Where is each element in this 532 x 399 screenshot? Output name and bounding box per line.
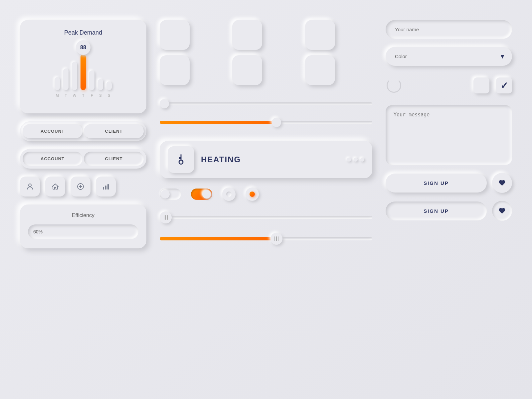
chart-bar-group: T <box>63 54 69 97</box>
toggle-on-orange[interactable] <box>191 189 212 200</box>
h-slider-1-wrap <box>160 210 372 225</box>
sq-btn-1[interactable] <box>160 20 190 50</box>
user-icon-button[interactable] <box>20 177 40 197</box>
chart-day-label: T <box>82 93 85 97</box>
radio-on-orange[interactable] <box>246 188 259 201</box>
account-tab-1[interactable]: ACCOUNT <box>23 124 83 138</box>
thermometer-icon <box>175 154 187 166</box>
heating-dots <box>347 158 364 162</box>
square-button-grid <box>160 20 372 85</box>
chart-icon-button[interactable] <box>96 177 116 197</box>
chart-bar <box>106 81 112 90</box>
svg-rect-4 <box>107 184 109 190</box>
h-slider-2-wrap <box>160 231 372 246</box>
sq-btn-4[interactable] <box>160 55 190 85</box>
user-icon <box>26 183 34 191</box>
add-icon <box>77 183 85 191</box>
chart-day-label: M <box>56 93 59 97</box>
sq-btn-6[interactable] <box>305 55 335 85</box>
horiz-sliders <box>160 210 372 246</box>
heating-icon-wrap <box>168 146 194 173</box>
loading-spinner <box>387 78 401 93</box>
sq-btn-5[interactable] <box>232 55 262 85</box>
chart-bar <box>98 79 103 90</box>
misc-row: ✓ <box>386 74 512 97</box>
client-tab-2[interactable]: CLIENT <box>84 152 144 166</box>
signup-button-2[interactable]: SIGN UP <box>386 201 487 220</box>
slider-1-track[interactable] <box>160 102 372 105</box>
heart-icon-2 <box>498 207 506 214</box>
peak-value-bubble: 88 <box>76 40 90 55</box>
checkbox-unchecked[interactable] <box>473 77 489 93</box>
chart-bar-group: S <box>106 54 112 97</box>
chart-day-label: F <box>91 93 93 97</box>
progress-value: 60% <box>33 229 43 234</box>
heating-card: HEATING <box>160 141 372 178</box>
heart-button-2[interactable] <box>492 201 512 221</box>
signup-button-1[interactable]: SIGN UP <box>386 174 487 193</box>
h-slider-2-fill <box>160 237 276 240</box>
right-column: Color Red Blue Green ▼ ✓ SIGN UP <box>386 20 512 248</box>
spinner-wrap <box>386 77 402 94</box>
heart-button-1[interactable] <box>492 173 512 193</box>
checkbox-checked[interactable]: ✓ <box>496 77 512 93</box>
sq-btn-3[interactable] <box>305 20 335 50</box>
icon-row <box>20 177 146 197</box>
checkbox-wrap: ✓ <box>473 77 512 93</box>
chart-bar <box>63 68 69 90</box>
h-slider-1-track[interactable] <box>160 216 372 219</box>
h-slider-1-thumb[interactable] <box>160 211 172 223</box>
home-icon <box>51 183 59 191</box>
radio-off[interactable] <box>222 188 236 201</box>
toggle-off-1[interactable] <box>160 189 181 200</box>
h-slider-2-track[interactable] <box>160 237 372 240</box>
chart-bar <box>55 77 60 90</box>
name-input[interactable] <box>386 20 512 39</box>
toggles-row <box>160 188 372 201</box>
account-tab-2[interactable]: ACCOUNT <box>23 152 83 166</box>
toggle-knob-1 <box>161 190 170 199</box>
signup-row-1: SIGN UP <box>386 173 512 193</box>
chart-bar-group: W <box>72 54 77 97</box>
chart-bar-group: S <box>98 54 103 97</box>
dot-1 <box>347 158 351 162</box>
tab-group-inset: ACCOUNT CLIENT <box>20 149 146 169</box>
heart-icon-1 <box>498 179 506 187</box>
peak-demand-card: Peak Demand 88 MTWTFSS <box>20 20 146 113</box>
color-select[interactable]: Color Red Blue Green <box>386 47 512 66</box>
h-slider-1-lines <box>164 215 168 220</box>
progress-bar-wrap: 60% <box>28 224 138 239</box>
peak-demand-title: Peak Demand <box>29 29 137 36</box>
toggle-knob-2 <box>202 190 211 199</box>
chart-bar-group: F <box>89 54 94 97</box>
home-icon-button[interactable] <box>45 177 65 197</box>
slider-2-track[interactable] <box>160 121 372 124</box>
chart-bar <box>89 70 94 90</box>
h-slider-2-thumb[interactable] <box>270 233 282 245</box>
client-tab-1[interactable]: CLIENT <box>84 124 144 138</box>
dot-2 <box>354 158 358 162</box>
chart-bar-group: M <box>55 54 60 97</box>
add-icon-button[interactable] <box>71 177 90 197</box>
color-select-wrap: Color Red Blue Green ▼ <box>386 47 512 66</box>
slider-1-wrap <box>160 98 372 110</box>
h-slider-2-lines <box>274 236 278 241</box>
svg-point-0 <box>29 184 31 187</box>
slider-1-thumb[interactable] <box>160 99 169 108</box>
slider-2-thumb[interactable] <box>272 118 281 127</box>
chart-bar-group: T <box>81 54 86 97</box>
radio-inner-off <box>226 192 232 197</box>
chart-day-label: S <box>99 93 101 97</box>
sq-btn-2[interactable] <box>232 20 262 50</box>
message-textarea[interactable] <box>386 105 512 165</box>
efficiency-title: Efficiency <box>28 212 138 218</box>
chart-icon <box>102 183 110 191</box>
slider-2-fill <box>160 121 276 124</box>
svg-rect-3 <box>105 186 106 190</box>
radio-inner-on <box>250 192 255 197</box>
dot-3 <box>360 158 364 162</box>
chart-day-label: T <box>65 93 67 97</box>
chart-day-label: S <box>108 93 110 97</box>
left-column: Peak Demand 88 MTWTFSS ACCOUNT CLIENT AC… <box>20 20 146 248</box>
signup-row-2: SIGN UP <box>386 201 512 221</box>
